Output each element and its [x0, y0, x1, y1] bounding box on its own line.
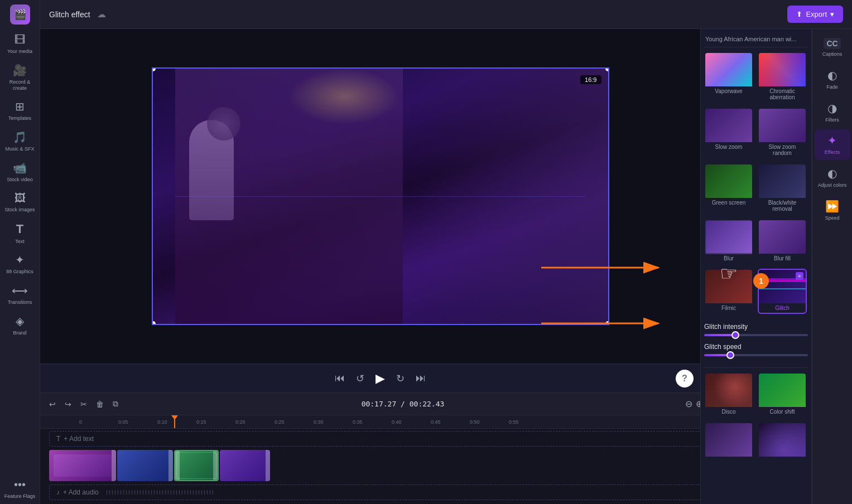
effect-label-filmic: Filmic — [705, 303, 752, 313]
playhead[interactable] — [174, 415, 175, 428]
sidebar-item-stock-images[interactable]: 🖼 Stock images — [2, 187, 38, 217]
glitch-intensity-thumb[interactable] — [731, 331, 739, 339]
effect-thumb-bwremoval — [759, 164, 807, 198]
text-icon: T — [16, 222, 23, 236]
sidebar-item-templates[interactable]: ⊞ Templates — [2, 95, 38, 126]
skip-forward-button[interactable]: ⏭ — [416, 372, 426, 384]
sidebar-item-filters[interactable]: ◑ Filters — [815, 97, 850, 128]
stock-images-icon: 🖼 — [15, 192, 26, 205]
sidebar-item-record-create[interactable]: 🎥 Record &create — [2, 59, 38, 96]
sidebar-item-feature-flags[interactable]: ••• Feature Flags — [2, 474, 38, 504]
glitch-edit-badge: ≡ — [796, 272, 803, 280]
duplicate-button[interactable]: ⧉ — [110, 397, 121, 411]
music-icon: 🎵 — [13, 130, 27, 144]
sidebar-item-fade[interactable]: ◐ Fade — [815, 64, 850, 95]
glitch-controls-panel: Glitch intensity Glitch speed — [704, 318, 808, 368]
fade-icon: ◐ — [827, 69, 837, 82]
sidebar-item-adjust-colors[interactable]: ◐ Adjust colors — [815, 162, 850, 193]
effect-card-chromatic[interactable]: Chromatic aberration — [758, 52, 807, 103]
sidebar-item-your-media[interactable]: 🎞 Your media — [2, 29, 38, 59]
sidebar-label-transitions: Transitions — [8, 299, 32, 306]
sidebar-item-speed[interactable]: ⏩ Speed — [815, 195, 850, 226]
current-time: 00:17.27 — [362, 400, 397, 408]
effect-card-slowzoom[interactable]: Slow zoom — [704, 108, 753, 159]
cut-button[interactable]: ✂ — [78, 398, 89, 411]
effect-card-13[interactable] — [704, 422, 753, 461]
video-track — [49, 449, 716, 482]
fade-label: Fade — [826, 84, 838, 90]
undo-button[interactable]: ↩ — [47, 398, 58, 411]
cloud-save-icon[interactable]: ☁ — [97, 9, 106, 20]
clip-1-right-handle[interactable] — [112, 450, 116, 481]
sidebar-item-text[interactable]: T Text — [2, 217, 38, 249]
corner-handle-br[interactable] — [605, 321, 609, 325]
export-chevron-icon: ▾ — [830, 10, 834, 18]
timeline-area: ↩ ↪ ✂ 🗑 ⧉ 00:17.27 / 00:22.43 ⊖ ⊕ ⊡ 0 0:… — [40, 392, 720, 504]
redo-button[interactable]: ↪ — [62, 398, 74, 411]
effect-card-blurfill[interactable]: Blur fill — [758, 219, 807, 264]
glitch-speed-thumb[interactable] — [726, 351, 734, 359]
sidebar-item-stock-video[interactable]: 📹 Stock video — [2, 157, 38, 187]
sidebar-item-captions[interactable]: CC Captions — [815, 33, 850, 62]
effect-card-disco[interactable]: Disco — [704, 372, 753, 418]
add-audio-track[interactable]: ♪ + Add audio ⌇⌇⌇⌇⌇⌇⌇⌇⌇⌇⌇⌇⌇⌇⌇⌇⌇⌇⌇⌇⌇⌇⌇⌇⌇⌇… — [49, 484, 716, 500]
sidebar-item-brand[interactable]: ◈ Brand — [2, 310, 38, 341]
clip-3-right-handle[interactable] — [213, 451, 218, 480]
effect-card-slowzoom-random[interactable]: Slow zoom random — [758, 108, 807, 159]
glitch-intensity-fill — [704, 334, 735, 336]
ruler-marks: 0 0:05 0:10 0:15 0:20 0:25 0:30 0:35 0:4… — [79, 419, 720, 425]
effect-card-bwremoval[interactable]: Black/white removal — [758, 163, 807, 215]
record-icon: 🎥 — [13, 64, 27, 77]
glitch-intensity-section: Glitch intensity — [704, 323, 808, 336]
skip-back-button[interactable]: ⏮ — [335, 372, 345, 384]
adjust-colors-icon: ◐ — [827, 167, 837, 180]
play-pause-button[interactable]: ▶ — [376, 371, 385, 386]
corner-handle-bl[interactable] — [152, 321, 156, 325]
rewind-5s-button[interactable]: ↺ — [356, 372, 364, 385]
sidebar-label-feature-flags: Feature Flags — [4, 493, 36, 500]
export-button[interactable]: ⬆ Export ▾ — [787, 6, 843, 23]
effect-card-vaporwave[interactable]: Vaporwave — [704, 52, 753, 103]
video-clip-4[interactable] — [220, 450, 270, 481]
effect-card-blur[interactable]: Blur — [704, 219, 753, 264]
export-label: Export — [806, 10, 827, 18]
timeline-time-display: 00:17.27 / 00:22.43 — [125, 400, 681, 408]
zoom-out-button[interactable]: ⊖ — [685, 399, 692, 409]
project-title: Glitch effect — [49, 10, 90, 19]
effect-thumb-disco — [705, 374, 753, 407]
effect-label-greenscreen: Green screen — [705, 198, 752, 207]
effect-row-7 — [704, 422, 808, 461]
effect-label-slowzoom-random: Slow zoom random — [759, 142, 806, 158]
video-clip-1[interactable] — [49, 450, 116, 481]
sidebar-label-your-media: Your media — [7, 49, 32, 55]
forward-5s-button[interactable]: ↻ — [396, 372, 405, 385]
clip-2-right-handle[interactable] — [169, 450, 173, 481]
effect-label-disco: Disco — [705, 407, 752, 416]
sidebar-item-effects[interactable]: ✦ Effects — [815, 129, 850, 160]
sidebar-item-music[interactable]: 🎵 Music & SFX — [2, 126, 38, 157]
effect-card-filmic[interactable]: Filmic — [704, 269, 753, 314]
effect-card-colorshift[interactable]: Color shift — [758, 372, 807, 418]
add-text-track[interactable]: T + Add text — [49, 431, 716, 447]
video-clip-2[interactable] — [117, 450, 173, 481]
graphics-icon: ✦ — [15, 253, 25, 266]
timeline-tracks: T + Add text — [40, 429, 720, 504]
sidebar-label-templates: Templates — [8, 115, 31, 122]
effect-label-colorshift: Color shift — [759, 407, 806, 416]
sidebar-label-stock-images: Stock images — [4, 207, 35, 213]
ruler-mark-20: 0:20 — [235, 419, 275, 425]
clip-4-right-handle[interactable] — [266, 450, 270, 481]
sidebar-item-graphics[interactable]: ✦ 88 Graphics — [2, 249, 38, 279]
speed-icon: ⏩ — [825, 200, 839, 213]
far-right-sidebar: CC Captions ◐ Fade ◑ Filters ✦ Effects ◐… — [812, 29, 852, 504]
effect-card-greenscreen[interactable]: Green screen — [704, 163, 753, 215]
sidebar-item-transitions[interactable]: ⟷ Transitions — [2, 279, 38, 310]
effect-thumb-chromatic — [759, 53, 807, 86]
effect-label-chromatic: Chromatic aberration — [759, 86, 806, 102]
media-icon: 🎞 — [15, 33, 26, 46]
help-button[interactable]: ? — [676, 370, 694, 387]
effect-card-14[interactable] — [758, 422, 807, 461]
clip-3-left-handle[interactable] — [175, 451, 180, 480]
video-clip-3[interactable] — [174, 450, 219, 481]
delete-button[interactable]: 🗑 — [94, 398, 106, 411]
